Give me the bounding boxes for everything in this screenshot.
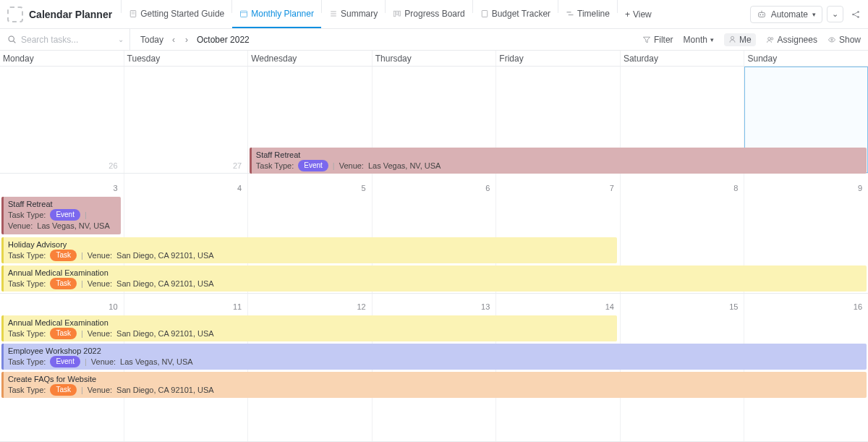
badge-event: Event [50, 356, 80, 367]
tab-summary[interactable]: Summary [322, 0, 385, 28]
today-button[interactable]: Today [140, 35, 163, 45]
people-icon [766, 35, 775, 44]
person-icon [728, 35, 736, 43]
app-title: Calendar Planner [29, 9, 112, 20]
expand-button[interactable]: ⌄ [827, 6, 843, 22]
meta-sep: | [85, 210, 87, 220]
svg-rect-10 [399, 11, 401, 16]
event-annual-medical[interactable]: Annual Medical Examination Task Type: Ta… [1, 265, 867, 292]
day-header-cell: Monday [0, 51, 124, 66]
svg-line-22 [854, 14, 857, 17]
event-venue: San Diego, CA 92101, USA [116, 250, 214, 260]
event-staff-retreat[interactable]: Staff Retreat Task Type: Event | Venue: … [250, 148, 867, 174]
search-icon [7, 35, 17, 44]
day-number: 7 [610, 184, 614, 192]
eye-icon [827, 35, 836, 44]
meta-sep: | [81, 328, 83, 339]
event-create-faqs[interactable]: Create FAQs for Website Task Type: Task … [1, 372, 867, 398]
me-filter-button[interactable]: Me [724, 33, 756, 46]
tab-label: Summary [341, 9, 378, 19]
month-view-button[interactable]: Month ▾ [684, 35, 714, 45]
event-annual-medical[interactable]: Annual Medical Examination Task Type: Ta… [1, 315, 617, 341]
day-number: 10 [109, 302, 117, 311]
day-number: 14 [605, 302, 614, 311]
show-label: Show [839, 35, 861, 45]
event-title: Annual Medical Examination [8, 268, 862, 278]
svg-line-24 [14, 41, 16, 43]
tab-timeline[interactable]: Timeline [558, 0, 617, 28]
plus-icon: + [625, 9, 630, 20]
board-icon [393, 9, 401, 18]
day-number: 12 [357, 302, 365, 311]
event-title: Holiday Advisory [8, 239, 613, 250]
chevron-down-icon: ⌄ [832, 9, 838, 18]
event-venue: San Diego, CA 92101, USA [116, 328, 214, 339]
task-type-label: Task Type: [8, 250, 46, 260]
event-staff-retreat[interactable]: Staff Retreat Task Type: Event | Venue: … [1, 197, 121, 234]
svg-point-23 [9, 36, 14, 41]
day-cell[interactable]: 27 [124, 67, 249, 173]
badge-event: Event [50, 209, 80, 221]
badge-task: Task [50, 384, 77, 396]
task-type-label: Task Type: [8, 385, 46, 395]
filter-label: Filter [654, 35, 673, 45]
event-title: Create FAQs for Website [8, 374, 862, 384]
month-view-label: Month [684, 35, 707, 45]
day-number: 4 [237, 184, 242, 192]
day-number: 5 [362, 184, 366, 192]
event-employee-workshop[interactable]: Employee Workshop 2022 Task Type: Event … [1, 344, 867, 370]
prev-month-button[interactable]: ‹ [171, 35, 176, 45]
show-button[interactable]: Show [827, 35, 861, 45]
search-input[interactable] [21, 35, 101, 45]
tab-label: Timeline [577, 9, 610, 19]
day-cell[interactable]: 26 [0, 67, 124, 173]
event-venue: Las Vegas, NV, USA [120, 357, 193, 367]
add-view-button[interactable]: + View [618, 0, 659, 28]
assignees-button[interactable]: Assignees [766, 35, 817, 45]
venue-label: Venue: [339, 161, 364, 171]
day-number: 6 [485, 184, 490, 192]
svg-line-21 [854, 12, 857, 14]
day-number: 27 [233, 161, 242, 170]
chevron-down-icon[interactable]: ⌄ [118, 35, 124, 43]
svg-rect-11 [482, 10, 488, 17]
meta-sep: | [81, 250, 83, 260]
day-number: 16 [854, 302, 862, 311]
event-title: Employee Workshop 2022 [8, 346, 862, 356]
calendar-icon [239, 9, 248, 18]
svg-rect-3 [241, 11, 247, 17]
day-header-cell: Friday [496, 51, 621, 66]
tab-budget-tracker[interactable]: Budget Tracker [473, 0, 558, 28]
meta-sep: | [333, 161, 335, 171]
tab-getting-started[interactable]: Getting Started Guide [122, 0, 231, 28]
svg-point-28 [831, 38, 833, 40]
task-type-label: Task Type: [8, 210, 46, 220]
day-header-cell: Saturday [621, 51, 745, 66]
tab-monthly-planner[interactable]: Monthly Planner [232, 0, 321, 28]
day-header-cell: Wednesday [248, 51, 373, 66]
robot-icon [757, 9, 767, 20]
event-holiday-advisory[interactable]: Holiday Advisory Task Type: Task | Venue… [1, 237, 617, 263]
day-number: 3 [113, 184, 117, 192]
day-header-cell: Thursday [373, 51, 497, 66]
tab-progress-board[interactable]: Progress Board [386, 0, 472, 28]
automate-button[interactable]: Automate ▾ [750, 6, 822, 23]
meta-sep: | [81, 279, 83, 289]
svg-rect-14 [758, 12, 765, 17]
day-number: 26 [109, 161, 117, 170]
tab-label: Budget Tracker [492, 9, 550, 19]
automate-label: Automate [771, 9, 808, 20]
day-header-cell: Sunday [744, 51, 868, 66]
event-title: Staff Retreat [256, 150, 862, 160]
tab-label: Progress Board [404, 9, 464, 19]
event-venue: San Diego, CA 92101, USA [116, 385, 214, 395]
meta-sep: | [85, 357, 87, 367]
badge-event: Event [298, 160, 328, 171]
day-header-cell: Tuesday [124, 51, 249, 66]
timeline-icon [566, 9, 574, 18]
app-logo [7, 7, 23, 22]
filter-button[interactable]: Filter [642, 35, 673, 45]
chevron-down-icon: ▾ [710, 36, 714, 43]
share-button[interactable] [848, 9, 864, 20]
next-month-button[interactable]: › [184, 35, 190, 45]
